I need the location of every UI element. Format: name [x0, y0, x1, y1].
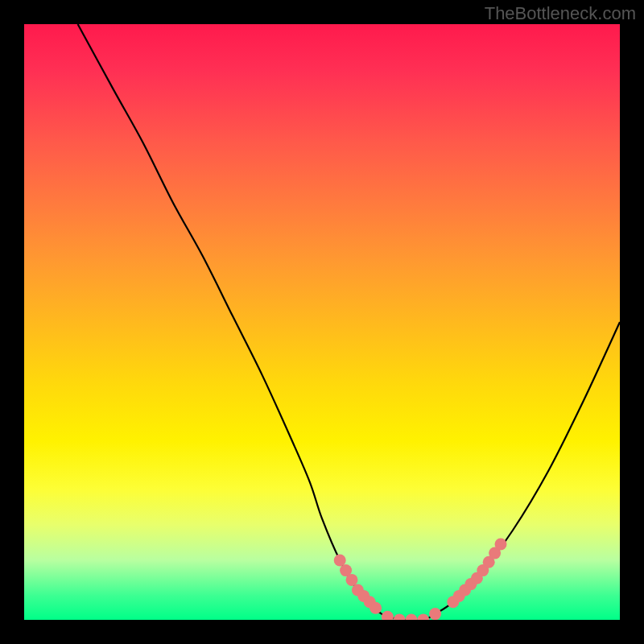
marker-dot — [406, 614, 418, 621]
marker-dots — [334, 539, 507, 620]
marker-dot — [495, 539, 507, 551]
bottleneck-curve — [78, 24, 620, 620]
marker-dot — [369, 602, 382, 614]
marker-dot — [346, 574, 358, 586]
marker-dot — [334, 555, 346, 567]
marker-dot — [429, 608, 441, 620]
plot-area — [24, 24, 620, 620]
marker-dot — [417, 614, 429, 621]
chart-container: TheBottleneck.com — [0, 0, 644, 644]
chart-svg — [24, 24, 620, 620]
marker-dot — [394, 614, 406, 621]
watermark-text: TheBottleneck.com — [485, 3, 636, 24]
marker-dot — [382, 611, 394, 620]
